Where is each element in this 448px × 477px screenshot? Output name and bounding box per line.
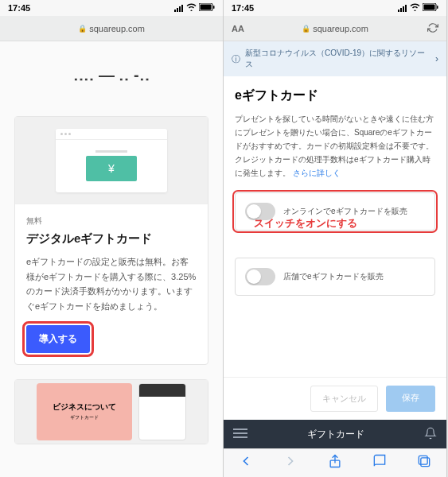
- card-title: デジタルeギフトカード: [26, 231, 197, 246]
- introduce-button[interactable]: 導入する: [26, 325, 90, 353]
- svg-rect-4: [424, 5, 435, 10]
- store-sales-toggle-row[interactable]: 店舗でeギフトカードを販売: [235, 258, 435, 296]
- pink-card-illustration: ビジネスについて ギフトカード: [37, 383, 132, 440]
- free-badge: 無料: [26, 215, 197, 227]
- cancel-button[interactable]: キャンセル: [310, 386, 378, 412]
- back-icon[interactable]: [238, 453, 254, 473]
- status-time: 17:45: [232, 3, 254, 13]
- card-illustration: ¥: [15, 117, 208, 204]
- svg-rect-1: [201, 5, 212, 10]
- forward-icon[interactable]: [282, 453, 298, 473]
- share-icon[interactable]: [327, 453, 343, 473]
- svg-rect-2: [213, 6, 215, 9]
- covid-banner[interactable]: ⓘ 新型コロナウイルス（COVID-19）に関するリソース ›: [224, 41, 446, 76]
- svg-rect-5: [437, 6, 438, 9]
- action-bar: キャンセル 保存: [224, 377, 446, 420]
- digital-gift-card-block: ¥ 無料 デジタルeギフトカード eギフトカードの設定と販売は無料。お客様がeギ…: [14, 116, 208, 365]
- card-description: eギフトカードの設定と販売は無料。お客様がeギフトカードを購入する際に、3.25…: [26, 254, 197, 314]
- wifi-icon: [186, 3, 197, 13]
- wifi-icon: [410, 3, 420, 13]
- chevron-right-icon: ›: [435, 53, 438, 64]
- page-title: eギフトカード: [235, 87, 435, 104]
- lock-icon: 🔒: [302, 25, 310, 33]
- status-indicators: [174, 3, 215, 13]
- left-phone: 17:45 🔒 squareup.com ‥‥ — ‥ ‐‥ ¥ 無料: [0, 0, 224, 477]
- app-footer-nav: ギフトカード: [224, 420, 446, 448]
- toggle-label: 店舗でeギフトカードを販売: [283, 271, 384, 282]
- bell-icon[interactable]: [424, 427, 437, 442]
- learn-more-link[interactable]: さらに詳しく: [293, 169, 341, 177]
- svg-rect-11: [419, 456, 427, 464]
- stripe-card-illustration: [138, 383, 186, 440]
- status-time: 17:45: [8, 3, 30, 13]
- bookmarks-icon[interactable]: [372, 453, 388, 473]
- svg-rect-10: [421, 458, 430, 467]
- address-bar[interactable]: 🔒 squareup.com: [0, 16, 223, 41]
- about-business-card: ビジネスについて ギフトカード: [14, 379, 208, 444]
- safari-toolbar: [224, 448, 446, 477]
- page-description: プレゼントを探している時間がないときや遠くに住む方にプレゼントを贈りたい場合に、…: [235, 112, 435, 180]
- save-button[interactable]: 保存: [386, 386, 435, 412]
- yen-icon: ¥: [86, 156, 137, 181]
- status-bar: 17:45: [224, 0, 446, 16]
- annotation-callout: スイッチをオンにする: [254, 216, 357, 231]
- battery-icon: [199, 3, 215, 13]
- right-phone: 17:45 AA 🔒 squareup.com ⓘ 新型コロナウイルス（COVI…: [224, 0, 447, 477]
- menu-icon[interactable]: [233, 428, 247, 441]
- banner-text: 新型コロナウイルス（COVID-19）に関するリソース: [245, 48, 430, 70]
- info-icon: ⓘ: [232, 53, 240, 65]
- battery-icon: [423, 3, 438, 13]
- footer-title: ギフトカード: [307, 428, 364, 441]
- status-bar: 17:45: [0, 0, 223, 16]
- domain-text: squareup.com: [313, 24, 368, 33]
- domain-text: squareup.com: [89, 24, 145, 33]
- status-indicators: [398, 3, 438, 13]
- address-bar[interactable]: AA 🔒 squareup.com: [224, 16, 446, 41]
- lock-icon: 🔒: [78, 25, 87, 33]
- reload-icon[interactable]: [427, 22, 438, 35]
- tabs-icon[interactable]: [416, 453, 432, 473]
- reader-aa-button[interactable]: AA: [232, 24, 244, 33]
- right-page: ⓘ 新型コロナウイルス（COVID-19）に関するリソース › eギフトカード …: [224, 41, 446, 477]
- page-heading-truncated: ‥‥ — ‥ ‐‥: [14, 41, 208, 116]
- left-page: ‥‥ — ‥ ‐‥ ¥ 無料 デジタルeギフトカード eギフトカードの設定と販売…: [0, 41, 223, 477]
- toggle-switch[interactable]: [245, 268, 275, 285]
- toggle-label: オンラインでeギフトカードを販売: [283, 206, 407, 217]
